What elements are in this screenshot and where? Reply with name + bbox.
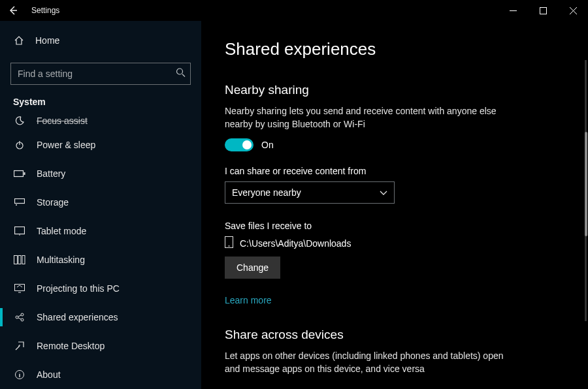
nearby-sharing-heading: Nearby sharing	[225, 83, 564, 97]
svg-rect-9	[14, 256, 18, 264]
nearby-sharing-toggle-label: On	[261, 140, 274, 150]
svg-point-1	[177, 69, 183, 74]
sidebar-item-label: About	[37, 369, 61, 380]
home-nav[interactable]: Home	[0, 27, 201, 54]
svg-rect-0	[540, 7, 546, 14]
sidebar-item-label: Projecting to this PC	[37, 283, 120, 294]
sidebar-item-label: Battery	[37, 168, 65, 179]
sidebar-item-shared-experiences[interactable]: Shared experiences	[0, 303, 201, 332]
svg-rect-7	[15, 227, 25, 234]
main-content: Shared experiences Nearby sharing Nearby…	[201, 21, 588, 389]
svg-rect-5	[15, 199, 25, 204]
sidebar-item-multitasking[interactable]: Multitasking	[0, 245, 201, 274]
multitasking-icon	[13, 255, 26, 264]
svg-point-13	[16, 316, 18, 319]
sidebar-item-label: Focus assist	[37, 116, 88, 126]
sidebar-item-label: Power & sleep	[37, 140, 95, 150]
svg-point-6	[16, 204, 17, 206]
back-button[interactable]	[0, 0, 26, 21]
share-from-select[interactable]: Everyone nearby	[225, 181, 395, 204]
save-files-label: Save files I receive to	[225, 221, 564, 231]
share-from-value: Everyone nearby	[232, 187, 301, 198]
save-files-path-row: C:\Users\Aditya\Downloads	[225, 236, 564, 250]
maximize-button[interactable]	[528, 0, 558, 21]
tablet-icon	[13, 226, 26, 236]
sidebar-item-label: Multitasking	[37, 255, 85, 265]
nearby-sharing-description: Nearby sharing lets you send and receive…	[225, 105, 512, 131]
svg-rect-3	[14, 171, 24, 177]
sidebar-item-projecting[interactable]: Projecting to this PC	[0, 274, 201, 303]
window-title: Settings	[26, 6, 59, 15]
device-icon	[225, 236, 233, 250]
sidebar-item-label: Storage	[37, 197, 69, 208]
learn-more-link[interactable]: Learn more	[225, 295, 272, 305]
share-across-heading: Share across devices	[225, 328, 564, 342]
share-from-label: I can share or receive content from	[225, 166, 564, 176]
minimize-button[interactable]	[498, 0, 528, 21]
nearby-sharing-toggle[interactable]	[225, 138, 253, 151]
sidebar: Home System Focus assist Power & sleep	[0, 21, 201, 389]
close-button[interactable]	[558, 0, 588, 21]
battery-icon	[13, 170, 26, 178]
sidebar-item-about[interactable]: About	[0, 360, 201, 389]
close-icon	[570, 7, 577, 14]
sidebar-item-label: Tablet mode	[37, 226, 86, 236]
sidebar-item-battery[interactable]: Battery	[0, 159, 201, 188]
sidebar-item-power-sleep[interactable]: Power & sleep	[0, 131, 201, 159]
moon-icon	[13, 116, 26, 126]
search-input[interactable]	[10, 63, 191, 85]
titlebar: Settings	[0, 0, 588, 21]
save-files-path: C:\Users\Aditya\Downloads	[240, 238, 351, 249]
home-label: Home	[35, 35, 59, 46]
storage-icon	[13, 198, 26, 206]
svg-point-15	[21, 319, 24, 321]
sidebar-item-remote-desktop[interactable]: Remote Desktop	[0, 332, 201, 360]
home-icon	[13, 35, 25, 46]
projecting-icon	[13, 284, 26, 293]
sidebar-nav-list: Focus assist Power & sleep Battery Stora…	[0, 111, 201, 389]
chevron-down-icon	[380, 187, 387, 198]
maximize-icon	[540, 7, 547, 14]
sidebar-item-tablet-mode[interactable]: Tablet mode	[0, 217, 201, 245]
change-button[interactable]: Change	[225, 257, 280, 279]
info-icon	[13, 369, 26, 380]
svg-rect-11	[22, 256, 25, 264]
share-icon	[13, 312, 26, 322]
svg-rect-4	[24, 172, 25, 175]
remote-desktop-icon	[13, 341, 26, 351]
sidebar-item-label: Shared experiences	[37, 312, 118, 322]
svg-point-14	[21, 313, 24, 316]
svg-point-8	[19, 234, 20, 236]
sidebar-item-storage[interactable]: Storage	[0, 188, 201, 217]
back-arrow-icon	[8, 5, 18, 16]
page-title: Shared experiences	[225, 39, 564, 59]
search-icon	[176, 68, 186, 80]
power-icon	[13, 140, 26, 150]
sidebar-item-focus-assist[interactable]: Focus assist	[0, 111, 201, 131]
scrollbar-thumb[interactable]	[585, 132, 587, 236]
svg-rect-10	[18, 256, 21, 264]
sidebar-item-label: Remote Desktop	[37, 341, 105, 351]
sidebar-section-label: System	[0, 97, 201, 111]
share-across-description: Let apps on other devices (including lin…	[225, 350, 512, 375]
minimize-icon	[510, 7, 517, 14]
